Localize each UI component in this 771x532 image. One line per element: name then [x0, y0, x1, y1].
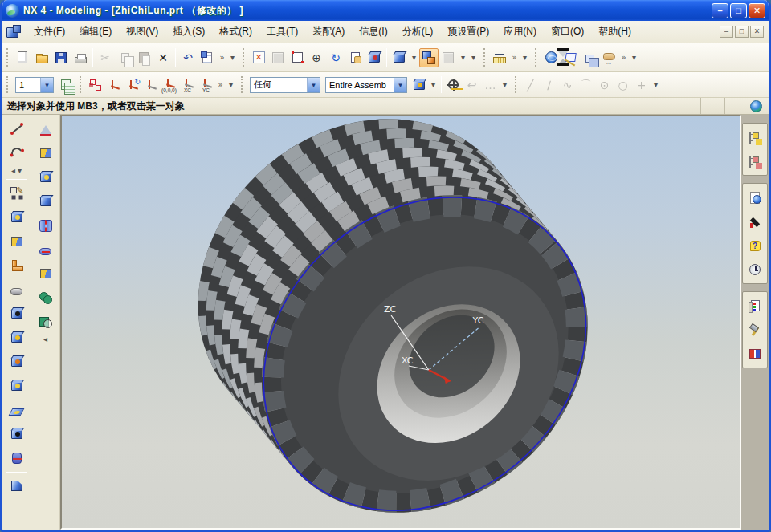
save-button[interactable]: [51, 48, 71, 67]
new-button[interactable]: [13, 48, 32, 67]
toolbar-drag-handle[interactable]: [6, 76, 10, 92]
chevron-down-icon[interactable]: ▾: [40, 78, 53, 92]
wcs-orient-button[interactable]: [141, 76, 160, 94]
web-browser-button[interactable]: [744, 342, 766, 366]
stitch-button[interactable]: [34, 213, 58, 237]
menu-item-4[interactable]: 格式(R): [212, 23, 259, 39]
chevron-down-icon[interactable]: ▾: [394, 78, 406, 92]
pocket-button[interactable]: [5, 350, 29, 373]
selection-scope-combo[interactable]: Entire Assemb▾: [325, 77, 407, 93]
overflow-button[interactable]: »: [509, 50, 520, 66]
overflow-button[interactable]: »: [217, 50, 227, 66]
boss-button[interactable]: [5, 326, 29, 349]
clip-section-button[interactable]: …: [599, 48, 618, 67]
mdi-restore-button[interactable]: □: [735, 26, 749, 38]
perspective-button[interactable]: [365, 48, 384, 67]
sweep-button[interactable]: [5, 254, 29, 277]
tube-button[interactable]: [5, 278, 29, 301]
edge-blend-button[interactable]: [34, 165, 58, 189]
training-button[interactable]: [744, 209, 766, 234]
arc-button[interactable]: [5, 141, 29, 164]
zoom-box-button[interactable]: [288, 48, 307, 67]
help-button[interactable]: ?: [744, 234, 766, 258]
toolbar-options-button[interactable]: ▾: [227, 50, 238, 66]
extrude-button[interactable]: [5, 205, 29, 229]
print-button[interactable]: [71, 48, 90, 67]
view-properties-button[interactable]: [198, 48, 217, 67]
gear-3d-view[interactable]: ZC YC XC: [62, 116, 740, 528]
chamfer-button[interactable]: [5, 474, 29, 497]
draft-button[interactable]: [34, 117, 58, 140]
subtract-button[interactable]: [34, 310, 58, 333]
menu-item-11[interactable]: 窗口(O): [544, 23, 591, 39]
wcs-rotate-button[interactable]: ↻: [123, 76, 141, 94]
layer-settings-button[interactable]: [56, 76, 75, 94]
menu-item-1[interactable]: 编辑(E): [72, 23, 119, 39]
minimize-button[interactable]: –: [712, 3, 728, 18]
wireframe-pair-button[interactable]: [419, 48, 439, 67]
display-mode-arrow[interactable]: ▾: [409, 50, 419, 66]
snap-point-filter-button[interactable]: [444, 76, 463, 94]
open-button[interactable]: [32, 48, 51, 67]
menu-item-5[interactable]: 工具(T): [259, 23, 305, 39]
graphics-viewport[interactable]: ZC YC XC: [60, 115, 741, 530]
slot-button[interactable]: [5, 422, 29, 445]
toolbar-collapse-button[interactable]: ◂ ▾: [5, 165, 29, 177]
toolbar-options-button[interactable]: ▾: [468, 50, 479, 66]
maximize-button[interactable]: □: [730, 3, 747, 18]
toolbar-drag-handle[interactable]: [80, 76, 83, 92]
wcs-dynamics-button[interactable]: [104, 76, 123, 94]
internet-explorer-button[interactable]: [744, 185, 766, 209]
zoom-in-out-button[interactable]: ⊕: [307, 48, 326, 67]
overflow-button[interactable]: »: [215, 77, 226, 93]
sew-button[interactable]: [34, 238, 58, 261]
toolbar-options-button[interactable]: ▾: [629, 50, 639, 66]
selection-filter-combo[interactable]: 任何▾: [250, 77, 320, 93]
layer-combo[interactable]: 1▾: [15, 77, 54, 93]
toolbar-options-button[interactable]: ▾: [651, 77, 661, 93]
toolbar-drag-handle[interactable]: [241, 76, 244, 92]
delete-button[interactable]: ✕: [153, 48, 173, 67]
history-button[interactable]: [744, 258, 766, 282]
wcs-set-xc-button[interactable]: XC: [178, 76, 197, 94]
chevron-down-icon[interactable]: ▾: [307, 78, 320, 92]
measure-distance-button[interactable]: [490, 48, 509, 67]
sketch-button[interactable]: [5, 181, 29, 205]
selection-arrow[interactable]: ▾: [428, 77, 439, 93]
menu-item-6[interactable]: 装配(A): [305, 23, 352, 39]
wcs-origin-button[interactable]: (0,0,0): [160, 76, 178, 94]
undo-button[interactable]: ↶: [178, 48, 198, 67]
emboss-button[interactable]: [5, 398, 29, 421]
general-selection-button[interactable]: [410, 76, 428, 94]
blend-button[interactable]: [34, 141, 58, 164]
pad-button[interactable]: [5, 374, 29, 397]
menu-item-8[interactable]: 分析(L): [395, 23, 441, 39]
menu-item-3[interactable]: 插入(S): [165, 23, 212, 39]
overflow-button[interactable]: »: [618, 50, 629, 66]
close-button[interactable]: ✕: [749, 3, 765, 18]
menu-item-10[interactable]: 应用(N): [496, 23, 544, 39]
palettes-button[interactable]: [744, 294, 766, 318]
fit-view-button[interactable]: ✕: [249, 48, 268, 67]
toolbar-options-button[interactable]: ▾: [500, 77, 510, 93]
rotate-view-button[interactable]: ↻: [326, 48, 345, 67]
update-display-arrow[interactable]: ▾: [458, 50, 468, 66]
wcs-set-yc-button[interactable]: YC: [197, 76, 215, 94]
toolbar-drag-handle[interactable]: [535, 48, 538, 67]
toolbar-drag-handle[interactable]: [515, 76, 518, 92]
menu-item-12[interactable]: 帮助(H): [591, 23, 638, 39]
toolbar-drag-handle[interactable]: [483, 48, 487, 67]
toolbar-drag-handle[interactable]: [243, 48, 246, 67]
line-button[interactable]: [5, 117, 29, 140]
menu-item-0[interactable]: 文件(F): [27, 23, 72, 39]
scene-layers-button[interactable]: [580, 48, 599, 67]
face-blend-button[interactable]: [34, 189, 58, 213]
toolbar-drag-handle[interactable]: [6, 48, 10, 67]
part-navigator-button[interactable]: [744, 149, 766, 173]
shaded-view-button[interactable]: [390, 48, 409, 67]
selection-ball-icon[interactable]: [750, 100, 762, 112]
menu-item-2[interactable]: 视图(V): [119, 23, 165, 39]
trim-body-button[interactable]: [5, 229, 29, 253]
toolbar-collapse-button[interactable]: ◂: [34, 334, 58, 345]
groove-button[interactable]: [5, 446, 29, 469]
